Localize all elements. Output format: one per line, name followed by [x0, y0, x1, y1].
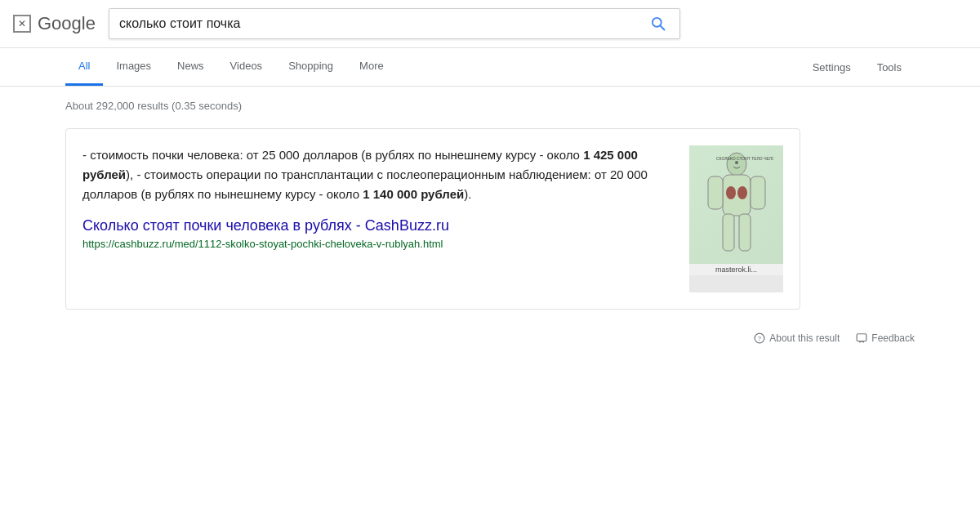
header: ✕ Google — [0, 0, 980, 48]
results-info: About 292,000 results (0.35 seconds) — [65, 100, 915, 112]
svg-rect-7 — [739, 214, 751, 251]
svg-line-1 — [660, 26, 664, 30]
result-text-area: - стоимость почки человека: от 25 000 до… — [82, 145, 676, 292]
svg-point-9 — [737, 186, 747, 199]
search-icon — [650, 16, 666, 32]
snippet-plain: - стоимость почки человека: от 25 000 до… — [82, 148, 583, 162]
search-bar[interactable] — [109, 8, 680, 39]
svg-text:?: ? — [758, 335, 761, 342]
result-image[interactable]: СКОЛЬКО СТОИТ ТЕЛО ЧЕЛО... masterok.li..… — [689, 145, 783, 292]
svg-rect-6 — [723, 214, 734, 251]
logo-text: Google — [38, 13, 96, 34]
svg-rect-15 — [857, 334, 866, 341]
snippet-end: ). — [464, 187, 471, 201]
tab-settings[interactable]: Settings — [800, 50, 864, 85]
tab-tools[interactable]: Tools — [864, 50, 915, 85]
snippet-bold-2: 1 140 000 рублей — [363, 187, 464, 201]
search-button[interactable] — [647, 16, 670, 32]
tab-shopping[interactable]: Shopping — [275, 48, 346, 86]
result-image-placeholder: СКОЛЬКО СТОИТ ТЕЛО ЧЕЛО... — [689, 145, 783, 264]
feedback-label: Feedback — [871, 332, 915, 344]
result-title-link[interactable]: Сколько стоят почки человека в рублях - … — [82, 217, 676, 234]
logo-area: ✕ Google — [13, 13, 96, 34]
tab-images[interactable]: Images — [103, 48, 164, 86]
tab-more[interactable]: More — [346, 48, 397, 86]
feedback-item[interactable]: Feedback — [856, 332, 915, 344]
image-caption: masterok.li... — [689, 264, 783, 275]
svg-rect-4 — [708, 176, 723, 209]
result-card: - стоимость почки человека: от 25 000 до… — [65, 128, 800, 310]
nav-tabs: All Images News Videos Shopping More Set… — [0, 48, 980, 87]
question-circle-icon: ? — [754, 332, 765, 344]
svg-point-8 — [726, 186, 736, 199]
feedback-icon — [856, 332, 867, 344]
tab-news[interactable]: News — [164, 48, 217, 86]
tab-all[interactable]: All — [65, 48, 103, 86]
result-url: https://cashbuzz.ru/med/1112-skolko-stoy… — [82, 238, 676, 250]
google-favicon-icon: ✕ — [13, 15, 31, 33]
about-result-item[interactable]: ? About this result — [754, 332, 840, 344]
tab-videos[interactable]: Videos — [217, 48, 276, 86]
svg-rect-5 — [751, 176, 765, 209]
search-input[interactable] — [119, 16, 647, 31]
result-snippet: - стоимость почки человека: от 25 000 до… — [82, 145, 676, 204]
results-area: About 292,000 results (0.35 seconds) - с… — [0, 87, 980, 323]
about-result-label: About this result — [769, 332, 840, 344]
svg-text:СКОЛЬКО СТОИТ ТЕЛО ЧЕЛО...: СКОЛЬКО СТОИТ ТЕЛО ЧЕЛО... — [716, 156, 773, 161]
footer-area: ? About this result Feedback — [0, 323, 980, 354]
svg-point-12 — [735, 161, 738, 164]
body-illustration-icon: СКОЛЬКО СТОИТ ТЕЛО ЧЕЛО... — [700, 152, 773, 258]
